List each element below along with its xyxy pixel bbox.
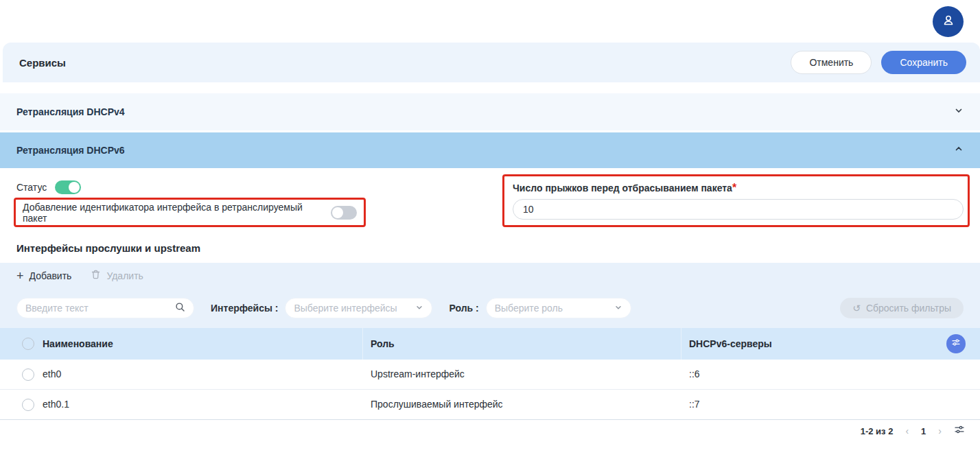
search-input[interactable] (25, 303, 163, 314)
interfaces-filter-label: Интерфейсы : (211, 303, 278, 314)
cell-name: eth0 (43, 368, 61, 379)
interfaces-section-title: Интерфейсы прослушки и upstream (16, 242, 200, 254)
cell-servers: ::7 (689, 399, 700, 410)
pagination: 1-2 из 2 ‹ 1 › (861, 424, 965, 438)
reset-icon: ↺ (852, 303, 861, 314)
add-button[interactable]: + Добавить (16, 270, 71, 282)
header-actions: Отменить Сохранить (791, 51, 966, 74)
interface-id-label: Добавление идентификатора интерфейса в р… (23, 202, 323, 224)
page-title: Сервисы (19, 57, 66, 69)
table-header: Наименование Роль DHCPv6-серверы (0, 328, 980, 360)
chevron-down-icon (415, 303, 423, 314)
accordion-dhcpv4-label: Ретрансляция DHCPv4 (16, 106, 125, 117)
accordion-dhcpv6-label: Ретрансляция DHCPv6 (16, 145, 125, 156)
column-header-name: Наименование (43, 338, 113, 349)
page: Сервисы Отменить Сохранить Ретрансляция … (0, 0, 980, 457)
role-select-placeholder: Выберите роль (495, 303, 563, 314)
search-icon[interactable] (175, 302, 185, 314)
person-icon (940, 12, 957, 32)
cell-name: eth0.1 (43, 399, 69, 410)
toolbar-filters: Интерфейсы : Выберите интерфейсы Роль : … (16, 298, 964, 318)
cell-role: Прослушиваемый интерфейс (371, 399, 503, 410)
status-toggle[interactable] (55, 180, 81, 194)
prev-page-button[interactable]: ‹ (905, 425, 909, 436)
reset-filters-button[interactable]: ↺ Сбросить фильтры (840, 298, 964, 318)
add-label: Добавить (30, 270, 72, 281)
table-row[interactable]: eth0 Upstream-интерфейс ::6 (0, 360, 980, 390)
role-filter-label: Роль : (449, 303, 478, 314)
user-avatar[interactable] (933, 6, 964, 37)
trash-icon (91, 269, 101, 282)
role-select[interactable]: Выберите роль (486, 298, 631, 318)
row-checkbox[interactable] (22, 399, 34, 411)
toggle-knob (332, 207, 343, 218)
search-box (16, 298, 194, 318)
current-page[interactable]: 1 (921, 426, 926, 436)
cancel-button[interactable]: Отменить (791, 51, 872, 74)
annotation-box-interface-id: Добавление идентификатора интерфейса в р… (14, 198, 366, 227)
page-size-settings-button[interactable] (954, 424, 965, 438)
column-header-servers: DHCPv6-серверы (689, 338, 772, 349)
hops-input[interactable] (513, 199, 964, 220)
page-header: Сервисы Отменить Сохранить (3, 43, 980, 82)
interfaces-select-placeholder: Выберите интерфейсы (294, 303, 397, 314)
status-field: Статус (16, 180, 81, 194)
cell-role: Upstream-интерфейс (371, 368, 465, 379)
hops-label: Число прыжков перед отбрасыванием пакета (513, 183, 732, 194)
delete-button[interactable]: Удалить (91, 269, 143, 282)
chevron-up-icon (954, 144, 964, 156)
row-checkbox[interactable] (22, 368, 34, 381)
table-toolbar: + Добавить Удалить (0, 263, 980, 328)
column-divider (681, 328, 681, 360)
toggle-knob (69, 182, 80, 193)
column-settings-button[interactable] (946, 334, 966, 353)
table-row[interactable]: eth0.1 Прослушиваемый интерфейс ::7 (0, 390, 980, 420)
select-all-checkbox[interactable] (22, 338, 34, 350)
delete-label: Удалить (106, 270, 143, 281)
status-label: Статус (16, 182, 47, 193)
next-page-button[interactable]: › (938, 425, 942, 436)
chevron-down-icon (954, 106, 964, 118)
interfaces-select[interactable]: Выберите интерфейсы (285, 298, 432, 318)
column-divider (362, 328, 363, 360)
reset-filters-label: Сбросить фильтры (866, 303, 951, 314)
cell-servers: ::6 (689, 368, 700, 379)
sliders-icon (951, 338, 961, 350)
accordion-dhcpv6-relay[interactable]: Ретрансляция DHCPv6 (0, 132, 980, 168)
toolbar-actions: + Добавить Удалить (16, 269, 143, 282)
interface-id-toggle[interactable] (331, 206, 357, 220)
annotation-box-hop-count: Число прыжков перед отбрасыванием пакета… (502, 174, 970, 227)
save-button[interactable]: Сохранить (881, 51, 966, 74)
sliders-icon (954, 424, 965, 438)
plus-icon: + (16, 270, 24, 282)
pagination-range: 1-2 из 2 (861, 426, 894, 436)
chevron-down-icon (614, 303, 622, 314)
required-asterisk: * (732, 182, 736, 194)
column-header-role: Роль (371, 338, 395, 349)
hops-label-row: Число прыжков перед отбрасыванием пакета… (513, 182, 959, 194)
accordion-dhcpv4-relay[interactable]: Ретрансляция DHCPv4 (0, 93, 980, 130)
